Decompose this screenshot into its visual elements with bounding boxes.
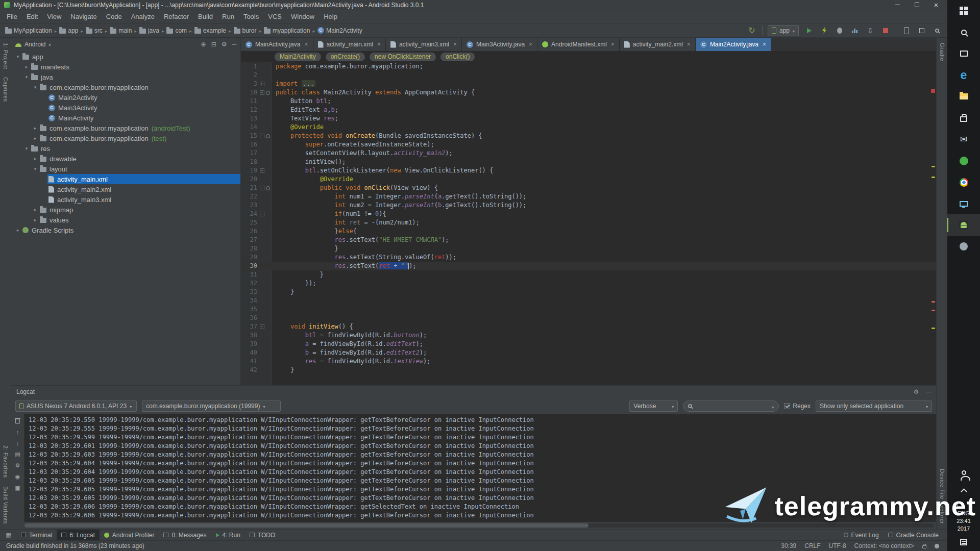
fold-marker-icon[interactable]: − bbox=[259, 88, 264, 97]
tab-mainactivity-java[interactable]: MainActivity.java× bbox=[241, 38, 313, 51]
scroll-up-icon[interactable]: ↑ bbox=[16, 429, 19, 435]
close-tab-icon[interactable]: × bbox=[763, 41, 766, 48]
error-mark[interactable] bbox=[932, 301, 935, 303]
project-item-res[interactable]: res bbox=[11, 143, 240, 154]
green-app-icon[interactable] bbox=[947, 150, 980, 171]
toolwindow-button-gradle-console[interactable]: Gradle Console bbox=[884, 530, 943, 540]
project-item-main2activity[interactable]: Main2Activity bbox=[11, 92, 240, 103]
scroll-from-source-icon[interactable]: ⊕ bbox=[201, 41, 206, 48]
tool-stripe-2-favorites[interactable]: 2: Favorites bbox=[3, 445, 9, 478]
toolwindow-button-android-profiler[interactable]: Android Profiler bbox=[100, 530, 159, 540]
close-tab-icon[interactable]: × bbox=[453, 41, 457, 48]
chevron-collapsed-icon[interactable] bbox=[32, 126, 39, 131]
code-line-17[interactable]: 17 setContentView(R.layout.activity_main… bbox=[241, 149, 936, 158]
menu-analyze[interactable]: Analyze bbox=[127, 10, 159, 23]
tool-stripe-captures[interactable]: Captures bbox=[3, 77, 9, 102]
code-line-39[interactable]: 39 a = findViewById(R.id.editText); bbox=[241, 340, 936, 348]
regex-checkbox[interactable]: Regex bbox=[784, 403, 811, 410]
code-line-16[interactable]: 16 super.onCreate(savedInstanceState); bbox=[241, 140, 936, 149]
android-studio-icon[interactable] bbox=[947, 214, 980, 236]
logcat-line[interactable]: 12-03 20:35:29.601 19999-19999/com.examp… bbox=[29, 442, 936, 450]
toolwindow-button-6-logcat[interactable]: 6: Logcat bbox=[57, 530, 99, 540]
log-level-select[interactable]: Verbose bbox=[629, 400, 678, 412]
chrome-icon[interactable] bbox=[947, 171, 980, 193]
menu-vcs[interactable]: VCS bbox=[263, 10, 286, 23]
process-select[interactable]: com.example.buror.myapplication (19999) bbox=[142, 400, 281, 412]
toolwindow-button-4-run[interactable]: 4: Run bbox=[211, 530, 245, 540]
toolwindow-button-0-messages[interactable]: 0: Messages bbox=[159, 530, 211, 540]
project-item-activity-main-xml[interactable]: activity_main.xml bbox=[11, 174, 240, 184]
clear-logcat-icon[interactable] bbox=[15, 417, 20, 424]
fold-marker-icon[interactable]: − bbox=[259, 322, 264, 331]
highlighting-level-icon[interactable] bbox=[935, 544, 939, 548]
tab-main3activity-java[interactable]: Main3Activity.java× bbox=[462, 38, 537, 51]
attach-debugger-button[interactable]: ⇩ bbox=[865, 25, 875, 36]
menu-code[interactable]: Code bbox=[102, 10, 127, 23]
code-line-24[interactable]: 24− if(num1 != 0){ bbox=[241, 210, 936, 218]
chevron-expanded-icon[interactable] bbox=[32, 85, 39, 90]
warning-mark[interactable] bbox=[932, 166, 935, 167]
error-mark[interactable] bbox=[932, 310, 935, 311]
code-editor[interactable]: 1package com.example.buror.myapplication… bbox=[241, 62, 936, 385]
action-center-button[interactable] bbox=[947, 533, 980, 549]
breadcrumb-java[interactable]: java bbox=[139, 27, 159, 34]
project-item-activity-main3-xml[interactable]: activity_main3.xml bbox=[11, 194, 240, 205]
tool-stripe-1-project[interactable]: 1: Project bbox=[3, 43, 9, 69]
search-button[interactable] bbox=[947, 21, 980, 43]
logcat-line[interactable]: 12-03 20:35:29.604 19999-19999/com.examp… bbox=[29, 459, 936, 468]
menu-help[interactable]: Help bbox=[319, 10, 342, 23]
code-line-14[interactable]: 14 @Override bbox=[241, 123, 936, 132]
code-line-35[interactable]: 35 bbox=[241, 305, 936, 314]
code-line-10[interactable]: 10−public class Main2Activity extends Ap… bbox=[241, 88, 936, 97]
scroll-down-icon[interactable]: ↓ bbox=[16, 440, 19, 446]
breadcrumb-example[interactable]: example bbox=[194, 27, 226, 34]
project-item-mipmap[interactable]: mipmap bbox=[11, 205, 240, 215]
logcat-line[interactable]: 12-03 20:35:29.603 19999-19999/com.examp… bbox=[29, 450, 936, 459]
code-line-40[interactable]: 40 b = findViewById(R.id.editText2); bbox=[241, 348, 936, 357]
project-item-com-example-buror-myapplication-test[interactable]: com.example.buror.myapplication (test) bbox=[11, 133, 240, 143]
menu-refactor[interactable]: Refactor bbox=[159, 10, 193, 23]
avd-manager-button[interactable] bbox=[901, 25, 912, 36]
profiler-button[interactable] bbox=[850, 25, 860, 36]
tab-activity-main3-xml[interactable]: activity_main3.xml× bbox=[386, 38, 462, 51]
code-line-30[interactable]: 30 res.setText(ret + ""); bbox=[241, 262, 936, 270]
close-button[interactable] bbox=[932, 2, 940, 9]
code-line-1[interactable]: 1package com.example.buror.myapplication… bbox=[241, 62, 936, 71]
project-item-main3activity[interactable]: Main3Activity bbox=[11, 103, 240, 113]
code-line-37[interactable]: 37− void initView() { bbox=[241, 322, 936, 331]
menu-edit[interactable]: Edit bbox=[22, 10, 42, 23]
minimize-tool-window-icon[interactable]: ─ bbox=[926, 388, 931, 395]
project-item-gradle-scripts[interactable]: Gradle Scripts bbox=[11, 225, 240, 235]
override-marker-icon[interactable] bbox=[264, 88, 272, 97]
code-line-19[interactable]: 19− btl.setOnClickListener(new View.OnCl… bbox=[241, 166, 936, 175]
print-icon[interactable]: ▤ bbox=[15, 451, 20, 458]
run-button[interactable] bbox=[804, 25, 814, 36]
warning-mark[interactable] bbox=[932, 177, 935, 178]
breadcrumb-chip-main2activity[interactable]: Main2Activity bbox=[275, 53, 321, 61]
task-view-button[interactable] bbox=[947, 43, 980, 64]
breadcrumb-app[interactable]: app bbox=[59, 27, 78, 34]
code-line-3[interactable]: 3+import ... bbox=[241, 80, 936, 88]
settings-gear-icon[interactable]: ⚙ bbox=[913, 388, 919, 395]
menu-window[interactable]: Window bbox=[286, 10, 319, 23]
tool-stripe-gradle[interactable]: Gradle bbox=[939, 43, 945, 61]
hide-panel-icon[interactable]: ─ bbox=[232, 41, 236, 48]
menu-tools[interactable]: Tools bbox=[239, 10, 263, 23]
tab-activity-main-xml[interactable]: activity_main.xml× bbox=[313, 38, 386, 51]
logcat-filter-select[interactable]: Show only selected application bbox=[816, 400, 932, 412]
project-item-manifests[interactable]: manifests bbox=[11, 62, 240, 72]
tab-activity-main2-xml[interactable]: activity_main2.xml× bbox=[620, 38, 696, 51]
project-view-select[interactable]: Android bbox=[15, 41, 51, 48]
logcat-settings-icon[interactable]: ⚙ bbox=[15, 462, 20, 469]
logcat-line[interactable]: 12-03 20:35:29.599 19999-19999/com.examp… bbox=[29, 433, 936, 442]
chevron-expanded-icon[interactable] bbox=[32, 166, 39, 171]
logcat-line[interactable]: 12-03 20:35:29.555 19999-19999/com.examp… bbox=[29, 424, 936, 433]
code-line-12[interactable]: 12 EditText a,b; bbox=[241, 106, 936, 114]
mail-icon[interactable]: ✉ bbox=[947, 129, 980, 150]
breadcrumb-src[interactable]: src bbox=[86, 27, 103, 34]
fold-marker-icon[interactable]: + bbox=[259, 80, 264, 88]
scrollbar-thumb[interactable] bbox=[24, 523, 589, 528]
code-line-42[interactable]: 42 } bbox=[241, 366, 936, 374]
run-configuration-select[interactable]: app bbox=[768, 25, 799, 36]
start-button[interactable] bbox=[947, 0, 980, 21]
